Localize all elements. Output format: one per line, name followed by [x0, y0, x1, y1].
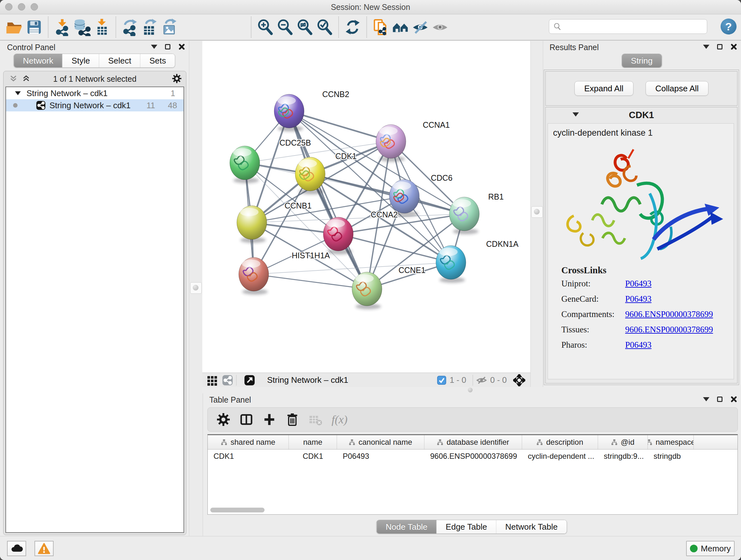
close-panel-icon[interactable]: [730, 44, 737, 50]
import-network-database-icon[interactable]: [73, 18, 91, 36]
network-node-CCNA1[interactable]: [376, 125, 406, 162]
left-splitter[interactable]: [189, 41, 203, 537]
warnings-button[interactable]: [35, 541, 54, 556]
zoom-out-icon[interactable]: [276, 18, 294, 36]
table-cell[interactable]: 9606.ENSP00000378699: [424, 452, 522, 461]
bottom-splitter[interactable]: [202, 387, 741, 393]
panel-menu-icon[interactable]: [151, 45, 157, 49]
tab-sets[interactable]: Sets: [140, 54, 175, 67]
show-all-networks-icon[interactable]: [392, 18, 409, 36]
show-selected-icon[interactable]: [431, 18, 449, 36]
zoom-selected-icon[interactable]: [316, 18, 333, 36]
collection-expander-icon[interactable]: [15, 91, 21, 95]
column-header-canonical-name[interactable]: canonical name: [337, 435, 424, 449]
network-graph[interactable]: CCNB2CCNA1CDC25BCDK1CDC6RB1CCNB1CCNA2CDK…: [202, 41, 530, 373]
tab-edge-table[interactable]: Edge Table: [437, 520, 496, 534]
memory-button[interactable]: Memory: [686, 541, 735, 556]
node-label-CCNB2: CCNB2: [322, 90, 349, 99]
column-header-shared-name[interactable]: shared name: [208, 435, 289, 449]
right-splitter[interactable]: [530, 41, 543, 387]
zoom-in-icon[interactable]: [256, 18, 274, 36]
copy-network-view-icon[interactable]: [372, 18, 390, 36]
import-table-icon[interactable]: [93, 18, 111, 36]
crosslink-link[interactable]: P06493: [625, 294, 652, 304]
column-header-name[interactable]: name: [289, 435, 337, 449]
table-row[interactable]: CDK1CDK1P064939606.ENSP00000378699cyclin…: [208, 449, 738, 463]
save-session-icon[interactable]: [25, 18, 43, 36]
network-node-CCNE1[interactable]: [352, 272, 382, 309]
detach-view-icon[interactable]: [244, 375, 255, 386]
right-splitter-handle[interactable]: [531, 206, 543, 218]
search-box[interactable]: [549, 19, 707, 34]
table-horizontal-scrollbar[interactable]: [210, 508, 735, 512]
panel-menu-icon[interactable]: [703, 45, 710, 49]
network-node-CDC25B[interactable]: [230, 146, 260, 183]
import-network-icon[interactable]: [53, 18, 71, 36]
maximize-window-button[interactable]: [30, 3, 38, 10]
left-splitter-handle[interactable]: [190, 282, 202, 294]
panel-menu-icon[interactable]: [703, 397, 710, 401]
help-button[interactable]: ?: [721, 18, 737, 35]
float-panel-icon[interactable]: [717, 396, 723, 402]
show-grid-icon[interactable]: [207, 375, 218, 386]
section-expander-icon[interactable]: [572, 112, 579, 117]
scrollbar-thumb[interactable]: [210, 508, 265, 512]
column-header-description[interactable]: description: [522, 435, 598, 449]
show-columns-icon[interactable]: [240, 413, 253, 426]
network-node-CCNB2[interactable]: [274, 94, 304, 132]
crosslink-link[interactable]: 9606.ENSP00000378699: [625, 309, 713, 319]
tab-node-table[interactable]: Node Table: [377, 520, 437, 534]
tab-select[interactable]: Select: [99, 54, 140, 67]
network-node-RB1[interactable]: [449, 197, 479, 234]
zoom-fit-icon[interactable]: [296, 18, 314, 36]
network-options-gear-icon[interactable]: [172, 74, 182, 83]
column-header-namespace[interactable]: namespace: [648, 435, 694, 449]
expand-all-button[interactable]: Expand All: [575, 81, 633, 96]
tab-network[interactable]: Network: [14, 54, 63, 67]
network-type-icon[interactable]: [222, 375, 233, 386]
minimize-window-button[interactable]: [18, 3, 25, 10]
float-panel-icon[interactable]: [717, 44, 723, 50]
table-cell[interactable]: stringdb: [648, 452, 694, 461]
search-input[interactable]: [564, 22, 707, 31]
table-cell[interactable]: P06493: [337, 452, 424, 461]
collapse-all-button[interactable]: Collapse All: [646, 81, 709, 96]
bottom-splitter-handle[interactable]: [468, 388, 473, 392]
column-header--id[interactable]: @id: [598, 435, 648, 449]
crosslink-link[interactable]: P06493: [625, 279, 652, 289]
column-header-database-identifier[interactable]: database identifier: [424, 435, 522, 449]
float-panel-icon[interactable]: [165, 44, 171, 50]
tab-string[interactable]: String: [622, 54, 662, 67]
network-node-CDKN1A[interactable]: [436, 246, 466, 283]
close-window-button[interactable]: [5, 3, 12, 10]
table-settings-icon[interactable]: [217, 413, 230, 426]
node-section-header[interactable]: CDK1: [546, 107, 737, 123]
network-node-CCNB1[interactable]: [237, 206, 267, 243]
open-session-icon[interactable]: [5, 18, 23, 36]
crosslink-link[interactable]: 9606.ENSP00000378699: [625, 325, 713, 334]
cloud-status-button[interactable]: [7, 541, 26, 556]
table-cell[interactable]: CDK1: [289, 452, 337, 461]
table-cell[interactable]: cyclin-dependent ...: [522, 452, 598, 461]
table-cell[interactable]: CDK1: [208, 452, 289, 461]
network-row[interactable]: String Network – cdk1 11 48: [6, 99, 184, 111]
network-node-HIST1H1A[interactable]: [239, 257, 269, 295]
close-panel-icon[interactable]: [730, 396, 737, 402]
move-tool-icon[interactable]: [513, 374, 525, 386]
tab-network-table[interactable]: Network Table: [496, 520, 566, 534]
add-column-icon[interactable]: [263, 413, 276, 426]
hide-selected-icon[interactable]: [411, 18, 429, 36]
network-canvas[interactable]: CCNB2CCNA1CDC25BCDK1CDC6RB1CCNB1CCNA2CDK…: [202, 41, 530, 373]
tab-style[interactable]: Style: [63, 54, 99, 67]
export-image-icon[interactable]: [160, 18, 179, 36]
export-table-icon[interactable]: [141, 18, 158, 36]
network-collection-row[interactable]: String Network – cdk1 1: [6, 87, 184, 99]
close-panel-icon[interactable]: [178, 44, 185, 50]
delete-column-icon[interactable]: [286, 413, 299, 426]
crosslink-link[interactable]: P06493: [625, 340, 652, 350]
refresh-icon[interactable]: [344, 18, 361, 36]
table-cell[interactable]: stringdb:9...: [598, 452, 648, 461]
selected-checkbox-icon[interactable]: [437, 375, 447, 385]
export-network-icon[interactable]: [121, 18, 139, 36]
hidden-eye-icon: [476, 375, 487, 386]
